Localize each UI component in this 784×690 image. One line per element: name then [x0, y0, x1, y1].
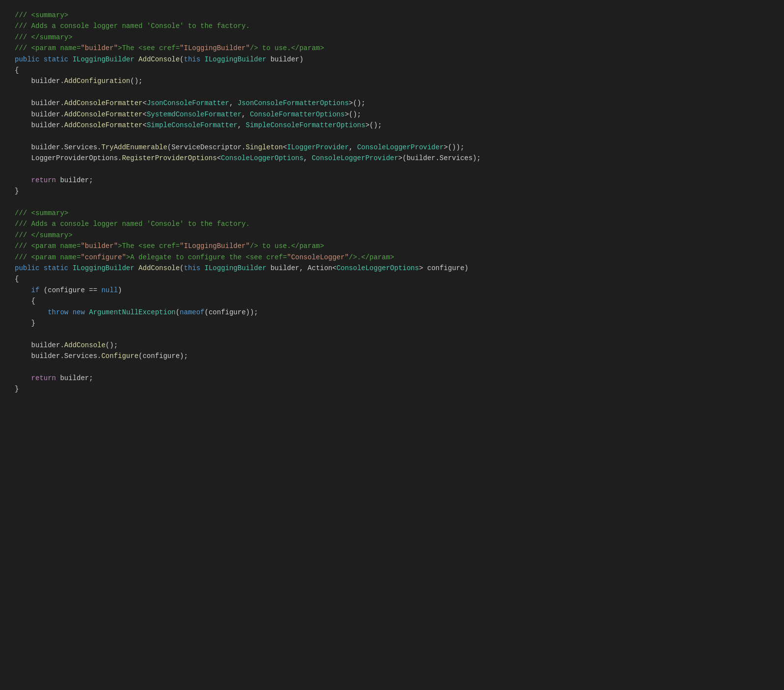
code-line-16: /// Adds a console logger named 'Console… — [15, 219, 769, 229]
code-line-14: } — [15, 186, 769, 196]
empty-line-5 — [15, 329, 769, 339]
code-line-3: /// </summary> — [15, 32, 769, 43]
code-line-13: return builder; — [15, 175, 769, 186]
code-line-17: /// </summary> — [15, 230, 769, 241]
code-line-4: /// <param name="builder">The <see cref=… — [15, 43, 769, 54]
code-line-9: builder.AddConsoleFormatter<SystemdConso… — [15, 109, 769, 120]
code-line-10: builder.AddConsoleFormatter<SimpleConsol… — [15, 120, 769, 131]
code-line-26: builder.AddConsole(); — [15, 340, 769, 351]
code-line-22: if (configure == null) — [15, 285, 769, 296]
code-line-12: LoggerProviderOptions.RegisterProviderOp… — [15, 153, 769, 164]
code-line-23: { — [15, 296, 769, 306]
code-line-15: /// <summary> — [15, 208, 769, 219]
code-line-28: return builder; — [15, 373, 769, 384]
empty-line-6 — [15, 362, 769, 373]
empty-line-4 — [15, 197, 769, 208]
code-line-18: /// <param name="builder">The <see cref=… — [15, 241, 769, 251]
code-line-29: } — [15, 384, 769, 394]
code-line-19: /// <param name="configure">A delegate t… — [15, 252, 769, 263]
empty-line-1 — [15, 87, 769, 98]
code-line-1: /// <summary> — [15, 10, 769, 21]
empty-line-2 — [15, 131, 769, 141]
empty-line-3 — [15, 164, 769, 174]
code-line-8: builder.AddConsoleFormatter<JsonConsoleF… — [15, 98, 769, 109]
code-line-27: builder.Services.Configure(configure); — [15, 351, 769, 361]
code-line-20: public static ILoggingBuilder AddConsole… — [15, 263, 769, 274]
code-editor: /// <summary> /// Adds a console logger … — [15, 10, 769, 690]
code-line-25: } — [15, 318, 769, 329]
code-line-5: public static ILoggingBuilder AddConsole… — [15, 54, 769, 65]
code-line-21: { — [15, 274, 769, 284]
code-line-24: throw new ArgumentNullException(nameof(c… — [15, 307, 769, 318]
code-line-2: /// Adds a console logger named 'Console… — [15, 21, 769, 31]
code-line-7: builder.AddConfiguration(); — [15, 76, 769, 86]
code-line-6: { — [15, 65, 769, 76]
code-line-11: builder.Services.TryAddEnumerable(Servic… — [15, 142, 769, 153]
